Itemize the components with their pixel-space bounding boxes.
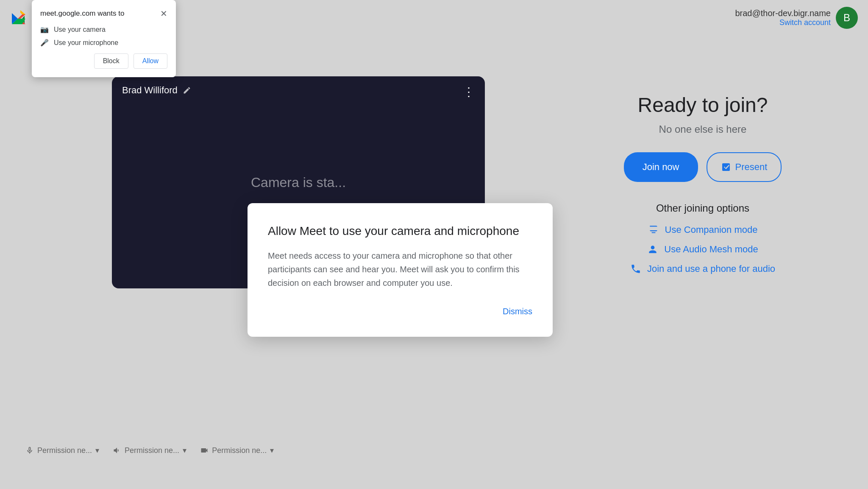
microphone-icon: 🎤	[40, 39, 49, 47]
microphone-label: Use your microphone	[54, 39, 118, 47]
camera-icon: 📷	[40, 25, 49, 34]
video-username: Brad Williford	[122, 85, 191, 96]
chevron-down-icon-1: ▾	[95, 446, 99, 455]
camera-permission-item: 📷 Use your camera	[40, 25, 167, 34]
google-meet-logo	[10, 8, 31, 29]
other-options-title: Other joining options	[656, 202, 749, 214]
modal-title: Allow Meet to use your camera and microp…	[268, 224, 532, 239]
avatar[interactable]: B	[836, 7, 858, 29]
chevron-down-icon-2: ▾	[183, 446, 186, 455]
join-buttons: Join now Present	[624, 152, 782, 182]
edit-name-icon[interactable]	[183, 86, 191, 95]
permission-item-1[interactable]: Permission ne... ▾	[25, 446, 99, 455]
chevron-down-icon-3: ▾	[270, 446, 274, 455]
join-now-button[interactable]: Join now	[624, 152, 698, 182]
switch-account-link[interactable]: Switch account	[779, 18, 831, 27]
present-icon	[721, 162, 731, 172]
user-email: brad@thor-dev.bigr.name	[735, 8, 831, 18]
modal-actions: Dismiss	[268, 307, 532, 316]
block-button[interactable]: Block	[94, 53, 128, 69]
camera-status: Camera is sta...	[251, 175, 346, 190]
dismiss-button[interactable]: Dismiss	[503, 307, 532, 316]
permission-bar: Permission ne... ▾ Permission ne... ▾ Pe…	[25, 446, 274, 455]
permission-text-2: Permission ne...	[125, 446, 179, 455]
phone-audio-icon	[630, 263, 641, 274]
no-one-here-text: No one else is here	[659, 123, 747, 135]
audio-mesh-link[interactable]: Use Audio Mesh mode	[647, 244, 758, 255]
modal-body: Meet needs access to your camera and mic…	[268, 249, 532, 290]
companion-mode-link[interactable]: Use Companion mode	[648, 224, 758, 235]
permission-item-3[interactable]: Permission ne... ▾	[200, 446, 274, 455]
permission-text-3: Permission ne...	[212, 446, 267, 455]
mic-perm-icon	[25, 446, 34, 455]
ready-to-join-title: Ready to join?	[638, 93, 768, 117]
username-text: Brad Williford	[122, 85, 178, 96]
microphone-permission-item: 🎤 Use your microphone	[40, 39, 167, 47]
account-info: brad@thor-dev.bigr.name Switch account	[735, 8, 831, 27]
phone-audio-link[interactable]: Join and use a phone for audio	[630, 263, 775, 274]
allow-button[interactable]: Allow	[134, 53, 167, 69]
popup-title: meet.google.com wants to	[40, 9, 124, 18]
right-panel: Ready to join? No one else is here Join …	[571, 42, 868, 283]
audio-mesh-icon	[647, 244, 658, 255]
phone-audio-label: Join and use a phone for audio	[647, 263, 775, 274]
browser-permission-popup: meet.google.com wants to ✕ 📷 Use your ca…	[32, 0, 176, 77]
speaker-perm-icon	[113, 446, 121, 455]
audio-mesh-label: Use Audio Mesh mode	[664, 244, 758, 255]
video-more-options[interactable]: ⋮	[463, 85, 475, 99]
popup-header: meet.google.com wants to ✕	[40, 8, 167, 19]
companion-mode-icon	[648, 224, 659, 235]
meet-permission-modal: Allow Meet to use your camera and microp…	[248, 203, 553, 337]
header: brad@thor-dev.bigr.name Switch account B	[725, 0, 868, 36]
video-perm-icon	[200, 446, 209, 455]
companion-mode-label: Use Companion mode	[665, 224, 758, 235]
popup-close-button[interactable]: ✕	[160, 8, 167, 19]
popup-actions: Block Allow	[40, 53, 167, 69]
permission-text-1: Permission ne...	[37, 446, 92, 455]
present-label: Present	[735, 162, 768, 173]
camera-label: Use your camera	[54, 26, 106, 34]
present-button[interactable]: Present	[707, 152, 782, 182]
permission-item-2[interactable]: Permission ne... ▾	[113, 446, 186, 455]
